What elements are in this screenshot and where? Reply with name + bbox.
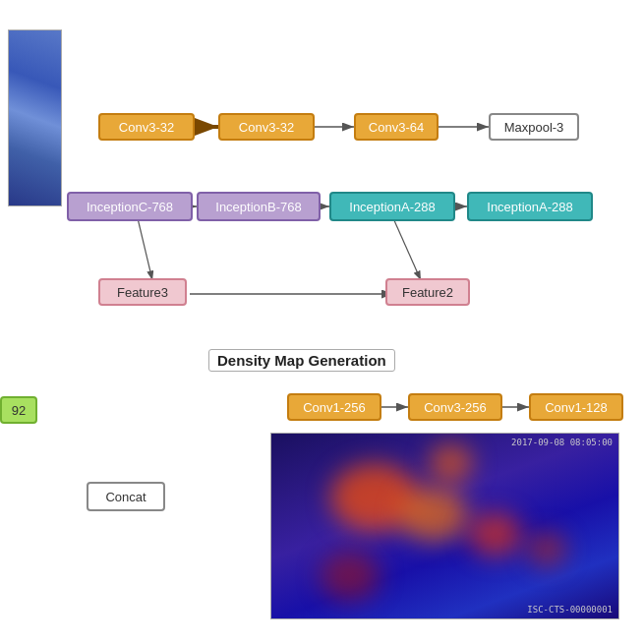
conv1-128-node: Conv1-128 xyxy=(529,393,623,421)
density-map-generation-label: Density Map Generation xyxy=(208,349,395,372)
camera-label: ISC-CTS-00000001 xyxy=(527,605,613,615)
feature3-node: Feature3 xyxy=(98,278,187,306)
input-image xyxy=(8,29,62,206)
node-92: 92 xyxy=(0,396,37,424)
svg-line-12 xyxy=(393,218,421,280)
conv3-32a-node: Conv3-32 xyxy=(98,113,195,141)
inceptionA1-node: InceptionA-288 xyxy=(329,192,455,221)
density-map-output: 2017-09-08 08:05:00 ISC-CTS-00000001 xyxy=(270,433,619,619)
inceptionC-node: InceptionC-768 xyxy=(67,192,193,221)
conv3-256-node: Conv3-256 xyxy=(408,393,502,421)
maxpool3-node: Maxpool-3 xyxy=(489,113,579,141)
svg-line-11 xyxy=(138,218,152,280)
conv1-256-node: Conv1-256 xyxy=(287,393,381,421)
conv3-64-node: Conv3-64 xyxy=(354,113,439,141)
timestamp-label: 2017-09-08 08:05:00 xyxy=(511,438,613,447)
feature2-node: Feature2 xyxy=(385,278,470,306)
concat-node: Concat xyxy=(87,482,165,511)
conv3-32b-node: Conv3-32 xyxy=(218,113,315,141)
inceptionA2-node: InceptionA-288 xyxy=(467,192,593,221)
inceptionB-node: InceptionB-768 xyxy=(197,192,321,221)
diagram-container: 2017-09-08 08:05:00 ISC-CTS-00000001 xyxy=(0,0,644,644)
